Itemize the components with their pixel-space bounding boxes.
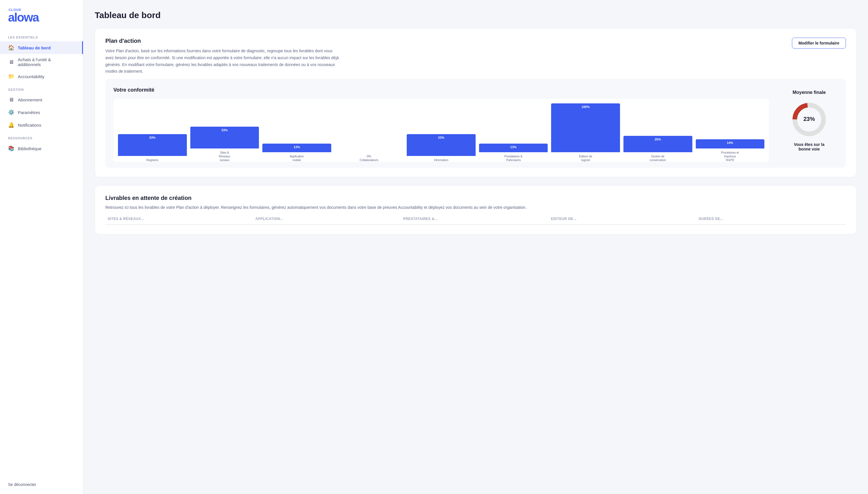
sidebar-item-label: Accountability (18, 74, 44, 79)
conformite-title: Votre conformité (113, 87, 769, 93)
donut-area: Moyenne finale 23% Vous êtes sur labonne… (781, 87, 838, 151)
bar-prestataires: 13% (479, 144, 548, 152)
table-col-sites: Sites & Réseaux... (107, 217, 253, 221)
sidebar-item-achats[interactable]: 🖥 Achats à l'unité & additionnels (0, 54, 83, 70)
bar-label-information: Information (434, 158, 448, 162)
bar-value-prestataires: 13% (510, 145, 517, 149)
sidebar-item-label: Achats à l'unité & additionnels (18, 57, 75, 67)
bar-value-editeur: 100% (581, 105, 590, 109)
bar-application: 13% (262, 144, 331, 152)
bar-editeur: 100% (551, 103, 620, 152)
logo-alowa-label: alowa (8, 12, 39, 23)
bar-label-durees: Durées deconservation (650, 154, 666, 162)
sidebar-footer: Se déconnecter (0, 475, 83, 494)
subscription-icon: 🖥 (8, 97, 14, 103)
monitor-icon: 🖥 (8, 59, 14, 65)
table-header: Sites & Réseaux... Application... Presta… (105, 217, 846, 225)
plan-action-description: Votre Plan d'action, basé sur les inform… (105, 48, 341, 75)
gear-icon: ⚙️ (8, 109, 14, 115)
bar-chart: 33% Registres 33% Sites &Réseauxsociaux (113, 99, 769, 162)
donut-subtitle: Vous êtes sur labonne voie (794, 142, 824, 151)
bar-value-sites: 33% (221, 128, 228, 132)
bar-registres: 33% (118, 134, 187, 156)
bar-label-sites: Sites &Réseauxsociaux (219, 151, 230, 162)
sidebar-item-accountability[interactable]: 📁 Accountability (0, 70, 83, 83)
card-header: Plan d'action Votre Plan d'action, basé … (105, 38, 846, 75)
bar-group-sites: 33% Sites &Réseauxsociaux (190, 103, 259, 162)
plan-action-card: Plan d'action Votre Plan d'action, basé … (95, 28, 856, 177)
table-col-prestataires: Prestataires &... (403, 217, 548, 221)
bar-durees: 25% (624, 136, 692, 152)
bar-procedures: 14% (696, 139, 765, 149)
modifier-formulaire-button[interactable]: Modifier le formulaire (792, 38, 846, 49)
bar-label-collaborateurs: 0%Collaborateurs (360, 154, 378, 162)
table-col-editeur: Editeur de... (551, 217, 696, 221)
bar-group-application: 13% Applicationmobile (262, 103, 331, 162)
conformite-chart-area: Votre conformité 33% Registres 33% (113, 87, 769, 162)
bar-group-registres: 33% Registres (118, 103, 187, 162)
bar-group-prestataires: 13% Prestataires &Partenaires (479, 103, 548, 162)
sidebar-item-tableau-de-bord[interactable]: 🏠 Tableau de bord (0, 41, 83, 54)
nav-section-ressources: Ressources (0, 131, 83, 142)
page-title: Tableau de bord (95, 10, 856, 20)
bar-value-application: 13% (294, 145, 300, 149)
sidebar-item-label: Notifications (18, 122, 41, 128)
donut-title: Moyenne finale (792, 90, 826, 95)
sidebar-item-parametres[interactable]: ⚙️ Paramètres (0, 106, 83, 119)
bar-label-procedures: Procédures etImprévusRGPD (721, 151, 739, 162)
bar-group-durees: 25% Durées deconservation (624, 103, 692, 162)
conformite-section: Votre conformité 33% Registres 33% (105, 79, 846, 168)
library-icon: 📚 (8, 145, 14, 152)
sidebar-item-label: Tableau de bord (18, 45, 51, 50)
nav-section-gestion: Gestion (0, 83, 83, 94)
bell-icon: 🔔 (8, 122, 14, 128)
livrables-card: Livrables en attente de création Retrouv… (95, 185, 856, 234)
sidebar-item-notifications[interactable]: 🔔 Notifications (0, 119, 83, 131)
bar-value-registres: 33% (149, 136, 156, 139)
bar-group-editeur: 100% Editeur delogiciel (551, 103, 620, 162)
bar-sites: 33% (190, 127, 259, 149)
bar-label-registres: Registres (146, 158, 158, 162)
livrables-title: Livrables en attente de création (105, 195, 846, 201)
bar-group-collaborateurs: 0%Collaborateurs (335, 103, 403, 162)
donut-chart: 23% (790, 101, 828, 138)
sidebar-item-bibliotheque[interactable]: 📚 Bibliothèque (0, 142, 83, 155)
card-text-area: Plan d'action Votre Plan d'action, basé … (105, 38, 341, 75)
table-col-application: Application... (255, 217, 400, 221)
sidebar-item-label: Abonnement (18, 97, 42, 102)
nav-section-essentiels: Les essentiels (0, 31, 83, 41)
bar-label-application: Applicationmobile (290, 154, 304, 162)
sidebar-item-label: Paramètres (18, 110, 40, 115)
donut-percentage-label: 23% (804, 116, 815, 122)
bar-label-editeur: Editeur delogiciel (579, 154, 592, 162)
sidebar-item-label: Bibliothèque (18, 146, 42, 151)
bar-value-information: 33% (438, 136, 444, 139)
folder-icon: 📁 (8, 73, 14, 79)
livrables-description: Retrouvez ici tous les livrables de votr… (105, 204, 846, 211)
plan-action-title: Plan d'action (105, 38, 341, 44)
sidebar-item-abonnement[interactable]: 🖥 Abonnement (0, 94, 83, 106)
bar-group-procedures: 14% Procédures etImprévusRGPD (696, 103, 765, 162)
bar-value-procedures: 14% (727, 141, 733, 145)
signout-link[interactable]: Se déconnecter (8, 482, 36, 487)
home-icon: 🏠 (8, 44, 14, 51)
sidebar: CLOUD alowa Les essentiels 🏠 Tableau de … (0, 0, 83, 494)
bar-label-prestataires: Prestataires &Partenaires (504, 154, 522, 162)
bar-group-information: 33% Information (407, 103, 476, 162)
main-content: Tableau de bord Plan d'action Votre Plan… (83, 0, 868, 494)
bar-information: 33% (407, 134, 476, 156)
table-col-durees: Durées de... (699, 217, 844, 221)
bar-value-durees: 25% (655, 137, 661, 141)
logo-area: CLOUD alowa (0, 0, 83, 31)
